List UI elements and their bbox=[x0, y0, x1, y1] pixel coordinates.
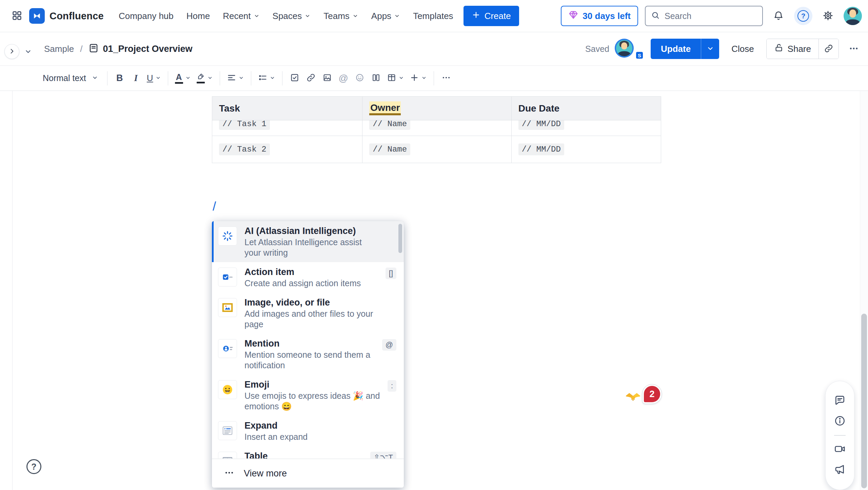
user-avatar[interactable] bbox=[844, 7, 862, 25]
editor-help-button[interactable]: ? bbox=[26, 459, 41, 474]
table-row: // Task 1// Name// MM/DD bbox=[212, 120, 661, 136]
layouts-button[interactable] bbox=[368, 70, 384, 87]
confluence-brand[interactable]: Confluence bbox=[29, 8, 104, 24]
table-header-due-date[interactable]: Due Date bbox=[511, 97, 661, 120]
slash-menu-item-action-item[interactable]: Action itemCreate and assign action item… bbox=[212, 262, 404, 293]
trial-days-left-button[interactable]: 30 days left bbox=[561, 6, 638, 26]
code-placeholder-chip: // Name bbox=[369, 120, 410, 130]
copy-link-button[interactable] bbox=[819, 39, 839, 59]
table-header-task[interactable]: Task bbox=[212, 97, 362, 120]
slash-menu-item-emoji[interactable]: EmojiUse emojis to express ideas 🎉 and e… bbox=[212, 375, 404, 416]
table-dropdown[interactable] bbox=[384, 70, 407, 87]
underline-dropdown[interactable]: U bbox=[144, 70, 164, 87]
menu-item-title: Expand bbox=[244, 420, 380, 431]
share-button[interactable]: Share bbox=[767, 39, 818, 59]
text-color-icon: A bbox=[175, 73, 183, 84]
announcements-button[interactable] bbox=[834, 463, 846, 476]
breadcrumb-page[interactable]: 01_Project Overview bbox=[88, 43, 192, 55]
table-header-owner[interactable]: Owner bbox=[362, 97, 511, 120]
italic-button[interactable]: I bbox=[128, 70, 144, 87]
close-button[interactable]: Close bbox=[729, 43, 756, 55]
notifications-button[interactable] bbox=[770, 7, 787, 25]
topbar-right-group: 30 days left ? bbox=[561, 6, 862, 26]
nav-item-recent[interactable]: Recent bbox=[218, 7, 264, 25]
update-dropdown-button[interactable] bbox=[701, 39, 719, 59]
update-button[interactable]: Update bbox=[651, 39, 701, 59]
nav-item-spaces[interactable]: Spaces bbox=[268, 7, 316, 25]
chevron-down-icon bbox=[706, 44, 714, 54]
nav-item-teams[interactable]: Teams bbox=[319, 7, 363, 25]
plus-icon bbox=[410, 73, 419, 83]
action-item-button[interactable] bbox=[287, 70, 303, 87]
checkbox-icon bbox=[290, 73, 299, 83]
nav-item-label: Spaces bbox=[273, 11, 302, 21]
premium-gem-icon bbox=[568, 10, 578, 22]
menu-item-title: AI (Atlassian Intelligence) bbox=[244, 225, 380, 237]
link-icon bbox=[824, 44, 833, 54]
bell-icon bbox=[773, 10, 784, 22]
slash-menu-item-image-video-or-file[interactable]: Image, video, or fileAdd images and othe… bbox=[212, 293, 404, 334]
nav-item-company-hub[interactable]: Company hub bbox=[114, 7, 178, 25]
ai-icon bbox=[218, 227, 237, 246]
slash-menu-item-expand[interactable]: ExpandInsert an expand bbox=[212, 416, 404, 446]
editor-content[interactable]: TaskOwnerDue Date// Task 1// Name// MM/D… bbox=[13, 91, 868, 490]
search-box[interactable] bbox=[645, 6, 763, 26]
alignment-dropdown[interactable] bbox=[224, 70, 247, 87]
list-dropdown[interactable] bbox=[255, 70, 278, 87]
toolbar-overflow-button[interactable] bbox=[438, 70, 454, 87]
table-cell[interactable]: // Task 1 bbox=[212, 120, 362, 136]
breadcrumb-space[interactable]: Sample bbox=[44, 44, 74, 54]
video-button[interactable] bbox=[834, 443, 846, 456]
search-input[interactable] bbox=[664, 11, 757, 21]
collaborator-presence[interactable]: S bbox=[616, 40, 641, 58]
nav-item-label: Teams bbox=[323, 11, 350, 21]
table-cell[interactable]: // MM/DD bbox=[511, 136, 661, 163]
slash-menu-item-table[interactable]: Table⇧⌥T bbox=[212, 446, 404, 458]
chevron-down-icon bbox=[398, 75, 404, 82]
nav-item-home[interactable]: Home bbox=[182, 7, 215, 25]
expand-icon bbox=[218, 421, 237, 440]
table-cell[interactable]: // MM/DD bbox=[511, 120, 661, 136]
video-camera-icon bbox=[834, 443, 846, 456]
table-cell[interactable]: // Name bbox=[362, 120, 511, 136]
page-more-actions-button[interactable] bbox=[845, 40, 863, 58]
text-color-dropdown[interactable]: A bbox=[172, 70, 194, 87]
slash-menu-item-mention[interactable]: MentionMention someone to send them a no… bbox=[212, 334, 404, 375]
menu-item-description: Insert an expand bbox=[244, 432, 380, 442]
megaphone-icon bbox=[834, 463, 846, 476]
page-actions: Saved S Update Close Share bbox=[585, 39, 863, 59]
comments-button[interactable] bbox=[834, 394, 846, 408]
create-button[interactable]: Create bbox=[463, 6, 519, 26]
document-table[interactable]: TaskOwnerDue Date// Task 1// Name// MM/D… bbox=[212, 96, 661, 163]
chevron-right-icon bbox=[8, 48, 15, 56]
slash-menu-item-ai-atlassian-intelligence[interactable]: AI (Atlassian Intelligence)Let Atlassian… bbox=[212, 221, 404, 262]
scrollbar-thumb[interactable] bbox=[861, 314, 867, 488]
view-more-item[interactable]: View more bbox=[212, 458, 404, 488]
app-switcher-button[interactable] bbox=[8, 7, 26, 25]
chevron-down-icon bbox=[394, 11, 400, 21]
table-cell[interactable]: // Task 2 bbox=[212, 136, 362, 163]
text-style-dropdown[interactable]: Normal text bbox=[38, 70, 103, 87]
highlight-color-dropdown[interactable] bbox=[194, 70, 216, 87]
align-left-icon bbox=[227, 73, 236, 83]
menu-scrollbar-thumb[interactable] bbox=[398, 224, 402, 253]
help-button[interactable]: ? bbox=[794, 7, 812, 25]
table-cell[interactable]: // Name bbox=[362, 136, 511, 163]
bold-button[interactable]: B bbox=[112, 70, 128, 87]
insert-link-button[interactable] bbox=[303, 70, 319, 87]
settings-button[interactable] bbox=[819, 7, 837, 25]
mention-button[interactable]: @ bbox=[335, 70, 352, 87]
nav-item-templates[interactable]: Templates bbox=[408, 7, 458, 25]
editor-scrollbar[interactable] bbox=[860, 91, 868, 490]
breadcrumb-collapse-button[interactable] bbox=[23, 47, 33, 57]
emoji-button[interactable] bbox=[352, 70, 368, 87]
insert-image-button[interactable] bbox=[319, 70, 335, 87]
insert-dropdown[interactable] bbox=[407, 70, 430, 87]
page-info-button[interactable] bbox=[834, 415, 846, 428]
expand-sidebar-button[interactable] bbox=[4, 44, 19, 59]
gear-icon bbox=[823, 10, 833, 22]
nav-item-apps[interactable]: Apps bbox=[367, 7, 405, 25]
chevron-down-icon bbox=[207, 75, 213, 82]
menu-item-shortcut: [] bbox=[386, 268, 396, 279]
handshake-reaction-emoji bbox=[625, 391, 641, 403]
